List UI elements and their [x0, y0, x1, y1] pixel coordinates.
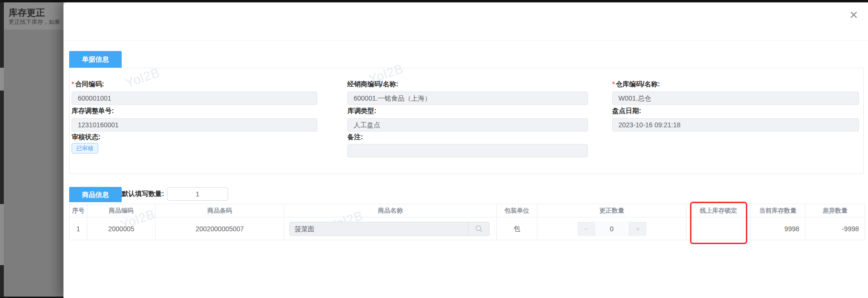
cell-seq: 1: [70, 217, 87, 240]
cell-online-stock-lock: [687, 217, 751, 240]
product-name-search-input[interactable]: 菠菜面: [289, 222, 490, 236]
screen: 库存更正 更正线下库存，如果 × Yol2B Yol2B Yol2B Yol2B…: [0, 0, 868, 298]
warehouse-label: *仓库编码/名称:: [612, 80, 660, 89]
left-rail: [0, 2, 4, 298]
product-name-value[interactable]: 菠菜面: [290, 222, 468, 236]
rail-thumb: [0, 204, 4, 265]
table-row: 1 2000005 2002000005007 菠菜面: [70, 217, 865, 240]
default-qty-input[interactable]: 1: [167, 187, 228, 201]
col-product-name: 商品名称: [284, 204, 497, 217]
header-divider: [63, 40, 868, 41]
cell-product-code: 2000005: [87, 217, 156, 240]
tab-product-info[interactable]: 商品信息: [69, 187, 122, 202]
tab-doc-info[interactable]: 单据信息: [69, 51, 122, 68]
close-icon[interactable]: ×: [845, 6, 862, 23]
cell-correct-qty: − 0 +: [537, 217, 687, 240]
adjust-no-field[interactable]: 12310160001: [72, 118, 317, 132]
page-subtitle: 更正线下库存，如果: [9, 18, 63, 26]
audit-status-badge: 已审核: [72, 143, 98, 154]
col-online-stock-lock: 线上库存锁定: [687, 204, 751, 217]
dealer-label: 经销商编码/名称:: [347, 80, 398, 89]
dimmed-page-strip: 库存更正 更正线下库存，如果: [0, 2, 63, 298]
col-seq: 序号: [70, 204, 87, 217]
cell-product-name: 菠菜面: [284, 217, 497, 240]
col-barcode: 商品条码: [156, 204, 284, 217]
contract-code-label: *合同编码:: [72, 80, 104, 89]
cell-current-stock: 9998: [751, 217, 805, 240]
col-diff-qty: 差异数量: [805, 204, 865, 217]
minus-button[interactable]: −: [577, 222, 595, 236]
required-asterisk: *: [612, 80, 615, 88]
check-date-field[interactable]: 2023-10-16 09:21:18: [612, 118, 859, 132]
product-table: 序号 商品编码 商品条码 商品名称 包装单位 更正数量 线上库存锁定 当前库存数…: [69, 204, 865, 240]
rail-thumb: [0, 68, 4, 91]
inventory-correction-drawer: × Yol2B Yol2B Yol2B Yol2B 单据信息 *合同编码: 60…: [63, 2, 868, 298]
cell-unit: 包: [497, 217, 537, 240]
check-date-label: 盘点日期:: [612, 107, 641, 115]
plus-button[interactable]: +: [629, 222, 647, 236]
search-icon: [475, 225, 483, 233]
dealer-field[interactable]: 600001.一铭食品（上海）: [347, 92, 588, 105]
cell-diff-qty: -9998: [805, 217, 865, 240]
adjust-type-field[interactable]: 人工盘点: [347, 118, 588, 132]
default-qty-label: 默认填写数量:: [122, 190, 164, 198]
remark-label: 备注:: [347, 133, 363, 142]
search-button[interactable]: [468, 222, 489, 236]
col-unit: 包装单位: [497, 204, 537, 217]
col-current-stock: 当前库存数量: [751, 204, 805, 217]
warehouse-field[interactable]: W001.总仓: [612, 92, 859, 105]
contract-code-field[interactable]: 600001001: [72, 92, 317, 105]
adjust-no-label: 库存调整单号:: [72, 107, 114, 115]
adjust-type-label: 库调类型:: [347, 107, 376, 115]
table-header-row: 序号 商品编码 商品条码 商品名称 包装单位 更正数量 线上库存锁定 当前库存数…: [70, 204, 865, 217]
qty-stepper[interactable]: − 0 +: [577, 222, 647, 236]
col-product-code: 商品编码: [87, 204, 156, 217]
page-title: 库存更正: [9, 7, 45, 19]
remark-field[interactable]: [347, 144, 588, 157]
qty-value[interactable]: 0: [595, 222, 629, 236]
cell-barcode: 2002000005007: [156, 217, 284, 240]
col-correct-qty: 更正数量: [537, 204, 687, 217]
audit-status-label: 审核状态:: [72, 133, 101, 142]
required-asterisk: *: [72, 80, 74, 88]
